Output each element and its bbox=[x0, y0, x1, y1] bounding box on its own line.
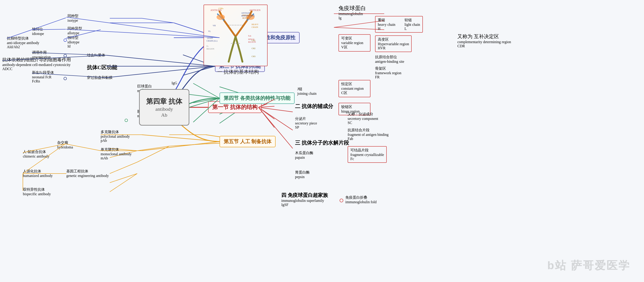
svg-line-16 bbox=[183, 66, 215, 75]
chimeric-group: 人-鼠嵌合抗体 chimeric antibody bbox=[23, 149, 50, 158]
svg-line-31 bbox=[110, 173, 137, 183]
main-canvas: 第四章 抗体 antibody Ab 第一节 抗体的结构 第二节 抗体的多样性和… bbox=[0, 0, 644, 282]
hybridoma-group: 杂交瘤 hybridoma bbox=[57, 141, 73, 149]
genetic-engineering-group: 基因工程抗体 genetic engineering antibody bbox=[66, 169, 109, 178]
svg-line-59 bbox=[66, 29, 220, 38]
svg-text:LIGHT: LIGHT bbox=[207, 37, 213, 39]
section5-box[interactable]: 第五节 人工 制备抗体 bbox=[220, 136, 276, 147]
svg-line-77 bbox=[142, 135, 220, 141]
monoclonal-group: 单克隆抗体 monoclonal antibody mAb bbox=[100, 147, 132, 160]
igsuperfamily-marker bbox=[340, 199, 343, 202]
svg-line-10 bbox=[142, 18, 174, 23]
svg-line-64 bbox=[106, 55, 215, 66]
heavy-chain-group: 重链 heavy chain H bbox=[378, 18, 396, 31]
svg-text:REGION: REGION bbox=[248, 41, 256, 43]
ig-fold-group: 免疫蛋白折叠 immunoglobulin fold bbox=[345, 195, 376, 204]
fc-fragment-box: 可结晶片段 fragment crystallizable Fc bbox=[348, 146, 387, 163]
svg-line-27 bbox=[137, 146, 169, 162]
cdr-group: 又称为 互补决定区 complementarity determining re… bbox=[458, 33, 511, 48]
idiotype-marker bbox=[64, 39, 67, 42]
svg-text:CH3: CH3 bbox=[252, 55, 256, 58]
constant-region-box: 恒定区 constant region C区 bbox=[338, 80, 370, 97]
svg-text:BOND: BOND bbox=[242, 17, 248, 19]
svg-point-35 bbox=[216, 14, 225, 20]
fab-group: 抗原结合片段 fragment of antigen binding Fab bbox=[348, 128, 388, 141]
allotype-group: 同种异型 allotype bbox=[68, 26, 82, 35]
hypervariable-box: 高变区 Hypervariable region HVR bbox=[375, 35, 412, 52]
light-chain-group: 轻链 light chain L bbox=[404, 18, 420, 31]
svg-text:ANTIGEN: ANTIGEN bbox=[249, 9, 260, 11]
antigen-binding-group: 抗原结合部位 antigen-binding site bbox=[375, 55, 404, 64]
hydrolysis-label: 三 抗体分子的水解片段 bbox=[295, 139, 349, 146]
center-subtitle2: Ab bbox=[161, 112, 168, 118]
svg-line-2 bbox=[258, 107, 293, 112]
svg-line-78 bbox=[142, 141, 220, 151]
humanized-group: 人源化抗体 humanized antibody bbox=[23, 169, 52, 178]
secretory-piece-group: 分泌片 secretory piece SP bbox=[295, 117, 317, 130]
fc-receptor-marker bbox=[64, 54, 67, 57]
placenta-group: 穿过胎盘和黏膜 bbox=[87, 75, 112, 80]
adcc-group: 抗体依赖的细胞介导的细胞毒作用 antibody-dependent cell-… bbox=[2, 57, 71, 71]
neonatal-fcr-group: 新生Fc段受体 neonatal FcR FcRn bbox=[32, 70, 54, 83]
fc-receptor-group: 结合Fc受体 bbox=[87, 53, 105, 58]
svg-text:HINGE: HINGE bbox=[248, 38, 254, 40]
svg-line-66 bbox=[106, 66, 215, 78]
svg-text:HEAVY: HEAVY bbox=[252, 23, 259, 25]
immunoglobulin-group: 兔疫球蛋白 immunoglobulin Ig bbox=[338, 4, 366, 20]
svg-line-70 bbox=[193, 83, 220, 98]
pepsin-group: 胃蛋白酶 pepsin bbox=[295, 170, 310, 179]
accessory-label: 二 抗体的辅成分 bbox=[295, 103, 333, 110]
svg-text:Fc: Fc bbox=[206, 45, 208, 47]
chain-box: 重链 heavy chain H 轻链 light chain L bbox=[375, 16, 423, 33]
variable-region-box: 可变区 variable region V区 bbox=[338, 34, 370, 52]
svg-text:CHAIN (LL): CHAIN (LL) bbox=[206, 40, 218, 42]
center-node: 第四章 抗体 antibody Ab bbox=[139, 89, 189, 126]
svg-text:CHAIN: CHAIN bbox=[252, 26, 258, 28]
antibody-diagram: ANTIGEN ANTIGEN ANTIGEN BINDING SITE CDR… bbox=[206, 7, 265, 64]
papain-group: 木瓜蛋白酶 papain bbox=[295, 151, 313, 160]
secretory-component-group: 又称：分泌成分 secretory component SC bbox=[348, 112, 378, 125]
section4-box[interactable]: 第四节 各类抗体的特性与功能 bbox=[220, 93, 294, 104]
svg-text:VL: VL bbox=[208, 30, 211, 32]
igg-group: IgG bbox=[172, 81, 177, 85]
image-caption: 一 抗体的基本结构 bbox=[217, 68, 259, 76]
isotype-group: 同种型 isotype bbox=[68, 14, 78, 23]
svg-text:DISULFIDE: DISULFIDE bbox=[242, 14, 253, 16]
j-chain-group: J链 joining chain bbox=[297, 87, 316, 96]
center-title: 第四章 抗体 bbox=[146, 97, 182, 106]
svg-line-3 bbox=[258, 107, 293, 130]
svg-line-58 bbox=[66, 17, 220, 38]
watermark: b站 萨哥爱医学 bbox=[547, 258, 630, 273]
placenta-marker bbox=[64, 77, 67, 80]
svg-line-30 bbox=[110, 162, 137, 173]
antibody-image: ANTIGEN ANTIGEN ANTIGEN BINDING SITE CDR… bbox=[204, 4, 268, 66]
svg-line-26 bbox=[137, 146, 169, 151]
svg-text:ANTIGEN: ANTIGEN bbox=[241, 12, 250, 14]
anti-idiotype-group: 抗独特型抗体 anti-idiotype antibody AId/Ab2 bbox=[7, 36, 39, 49]
igsuperfamily-group: 四 免疫球蛋白超家族 immunoglobulin superfamily Ig… bbox=[281, 192, 328, 207]
immunoglobulin-abbr: Ig bbox=[338, 16, 366, 20]
center-subtitle1: antibody bbox=[156, 106, 173, 112]
immunoglobulin-en: immunoglobulin bbox=[338, 12, 366, 16]
svg-text:VH: VH bbox=[213, 24, 216, 27]
svg-text:CDRs: CDRs bbox=[218, 7, 224, 9]
polyclonal-group: 多克隆抗体 polyclonal antibody pAb bbox=[100, 130, 130, 143]
idiotope-group: 独特位 idiotope bbox=[32, 27, 44, 36]
svg-text:REGION: REGION bbox=[206, 48, 214, 50]
framework-group: 骨架区 framework region FR bbox=[375, 66, 401, 79]
svg-line-32 bbox=[110, 173, 137, 192]
svg-text:CH2: CH2 bbox=[252, 47, 256, 50]
bispecific-group: 双特异性抗体 bispecific antibody bbox=[23, 187, 51, 196]
fc-function-group: 抗体C区功能 bbox=[87, 64, 117, 71]
idiotype-group: 独特型 idiotype Id bbox=[68, 35, 79, 48]
svg-text:Fab: Fab bbox=[248, 35, 251, 37]
immunoglobulin-cn: 兔疫球蛋白 bbox=[338, 4, 366, 12]
ige-marker bbox=[125, 119, 128, 122]
svg-line-25 bbox=[169, 144, 206, 146]
